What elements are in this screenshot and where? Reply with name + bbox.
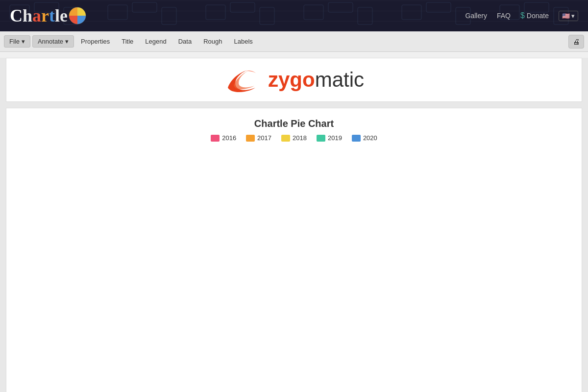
pie-chart: // Helper to create SVG arc path for ann… xyxy=(122,151,466,387)
legend-swatch-2016 xyxy=(211,135,220,142)
logo-e: e xyxy=(60,6,68,25)
logo-a: a xyxy=(32,6,41,25)
annotate-menu-button[interactable]: Annotate ▾ xyxy=(32,35,74,48)
legend-label-2017: 2017 xyxy=(257,134,271,142)
legend-item-2016: 2016 xyxy=(211,134,236,142)
legend-label-2019: 2019 xyxy=(328,134,342,142)
print-button[interactable]: 🖨 xyxy=(568,35,584,49)
data-button[interactable]: Data xyxy=(173,36,196,47)
logo-c: C xyxy=(10,6,23,25)
logo-pie-icon xyxy=(69,7,86,24)
donate-icon: $ xyxy=(520,11,525,20)
logo-t: t xyxy=(49,6,55,25)
zygomatic-swoosh-icon xyxy=(224,65,263,95)
legend-item-2017: 2017 xyxy=(246,134,271,142)
labels-button[interactable]: Labels xyxy=(229,36,258,47)
dropdown-arrow-icon: ▾ xyxy=(571,12,575,20)
logo-banner: zygomatic xyxy=(6,58,582,102)
legend-swatch-2018 xyxy=(281,135,290,142)
chart-area: Chartle Pie Chart 2016 2017 2018 2019 20… xyxy=(6,108,582,392)
chevron-down-icon-2: ▾ xyxy=(65,38,69,45)
legend-swatch-2020 xyxy=(352,135,361,142)
flag-icon: 🇺🇸 xyxy=(562,12,570,20)
legend-item-2018: 2018 xyxy=(281,134,307,142)
legend-item-2020: 2020 xyxy=(352,134,377,142)
chevron-down-icon: ▾ xyxy=(22,38,25,45)
zygomatic-logo: zygomatic xyxy=(224,65,364,95)
legend-label-2018: 2018 xyxy=(293,134,307,142)
toolbar: File ▾ Annotate ▾ Properties Title Legen… xyxy=(0,31,588,52)
logo-l: l xyxy=(55,6,60,25)
title-button[interactable]: Title xyxy=(117,36,138,47)
brand-zygo: zygo xyxy=(268,68,315,91)
logo-r: r xyxy=(41,6,49,25)
legend-label-2020: 2020 xyxy=(363,134,377,142)
pie-chart-svg: // Helper to create SVG arc path for ann… xyxy=(122,151,466,387)
legend-item-2019: 2019 xyxy=(317,134,342,142)
nav-right: Gallery FAQ $ Donate 🇺🇸 ▾ xyxy=(466,11,578,21)
logo-h: h xyxy=(23,6,32,25)
gallery-link[interactable]: Gallery xyxy=(466,12,487,20)
brand-matic: matic xyxy=(315,68,364,91)
logo: Chartle xyxy=(10,5,86,26)
legend-button[interactable]: Legend xyxy=(140,36,171,47)
properties-button[interactable]: Properties xyxy=(76,36,115,47)
file-menu-button[interactable]: File ▾ xyxy=(4,35,30,48)
rough-button[interactable]: Rough xyxy=(198,36,227,47)
chart-title: Chartle Pie Chart xyxy=(254,118,334,129)
legend-label-2016: 2016 xyxy=(222,134,236,142)
chart-legend: 2016 2017 2018 2019 2020 xyxy=(211,134,377,142)
donate-button[interactable]: $ Donate xyxy=(520,11,549,20)
legend-swatch-2017 xyxy=(246,135,255,142)
language-selector[interactable]: 🇺🇸 ▾ xyxy=(559,11,578,21)
main-content: zygomatic Chartle Pie Chart 2016 2017 20… xyxy=(0,58,588,392)
top-navbar: Chartle Gallery FAQ $ Donate 🇺🇸 ▾ xyxy=(0,0,588,31)
legend-swatch-2019 xyxy=(317,135,325,142)
faq-link[interactable]: FAQ xyxy=(497,12,511,20)
